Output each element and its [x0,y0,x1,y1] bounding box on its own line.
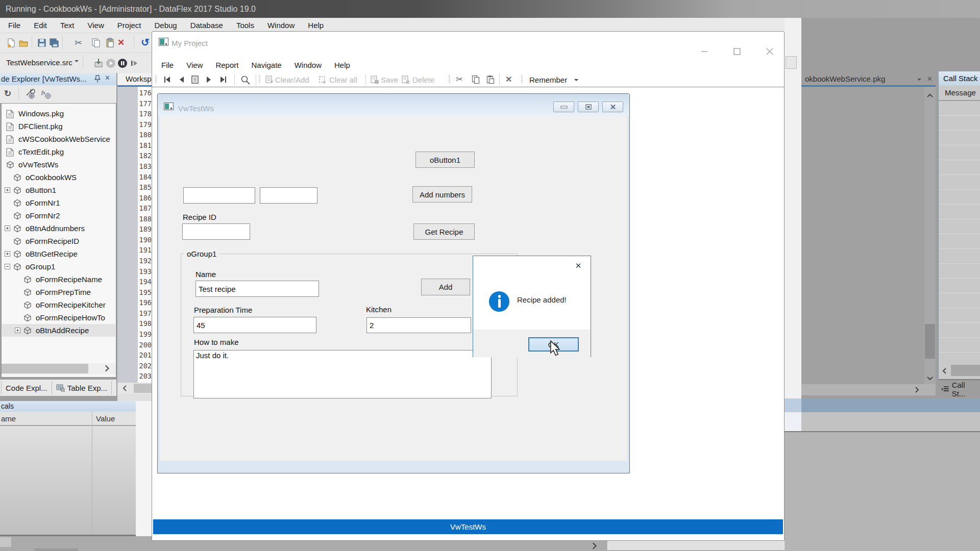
scroll-right-icon[interactable] [914,386,919,393]
menu-item[interactable]: File [161,61,174,69]
tree-item[interactable]: oFormNr2 [2,209,115,222]
get-recipe-button[interactable]: Get Recipe [413,223,475,240]
editor-tab-webservice[interactable]: okbookWebService.pkg [805,74,885,83]
new-file-icon[interactable] [6,38,16,48]
next-record-icon[interactable] [204,75,213,84]
menu-item[interactable]: File [8,21,20,30]
file-combo[interactable]: TestWebservice.src [6,58,72,67]
fx-globe-icon[interactable]: fx [41,88,52,99]
scroll-left-icon[interactable] [942,367,947,374]
scroll-right-icon[interactable] [591,542,597,550]
tree-item[interactable]: oFormRecipeName [2,273,115,286]
open-file-icon[interactable] [18,38,29,48]
copy-icon[interactable] [91,38,101,48]
scroll-thumb[interactable] [0,537,11,547]
search-icon[interactable] [240,75,251,85]
call-stack-column[interactable]: Message [939,86,980,101]
tab-dropdown-icon[interactable] [917,79,921,83]
menu-item[interactable]: View [88,21,104,30]
cut-icon[interactable]: ✂ [456,74,463,85]
menu-item[interactable]: Text [60,21,75,30]
tree-item[interactable]: DFClient.pkg [2,120,115,133]
refresh-icon[interactable]: ↻ [4,88,11,99]
editor-scrollbar[interactable] [117,383,156,394]
recipe-id-field[interactable] [182,223,250,240]
tree-item[interactable]: cTextEdit.pkg [2,145,115,158]
editor-hscrollbar[interactable] [801,384,936,395]
vwtestws-titlebar[interactable]: VwTestWs [158,94,629,116]
tree-item[interactable]: oVwTestWs [2,158,115,171]
tree-item[interactable]: oGroup1 [2,260,115,273]
tree-item[interactable]: oBtnAddRecipe [2,324,115,337]
save-icon[interactable] [37,38,47,48]
wrench-globe-icon[interactable] [24,88,36,99]
previous-record-icon[interactable] [177,75,186,84]
expander-icon[interactable] [5,264,10,269]
close-button[interactable] [602,102,623,112]
paste-icon[interactable] [105,38,115,48]
expander-icon[interactable] [5,187,10,193]
preparation-time-field[interactable] [193,317,316,333]
expander-icon[interactable] [15,328,20,333]
splitter-bar[interactable] [801,398,980,412]
tree-item[interactable]: oFormRecipeID [2,235,115,247]
tree-item[interactable]: oFormNr1 [2,196,115,209]
find-record-icon[interactable] [190,75,200,84]
number2-field[interactable] [260,187,317,204]
tree-item[interactable]: oBtnAddnumbers [2,222,115,235]
save-all-icon[interactable] [49,38,59,48]
number1-field[interactable] [183,187,255,204]
menu-item[interactable]: Tools [236,21,254,30]
combo-dropdown-icon[interactable] [75,60,79,64]
tree-item[interactable]: oFormPrepTime [2,286,115,298]
menu-item[interactable]: Window [267,21,295,30]
menu-item[interactable]: View [186,61,203,69]
delete-icon[interactable]: ✕ [505,74,512,84]
menu-item[interactable]: Debug [154,21,177,30]
delete-button[interactable]: Delete [412,76,434,84]
tree-item[interactable]: cWSCookbookWebService [2,133,115,145]
tab-code-explorer[interactable]: Code Expl... [1,381,52,394]
scroll-left-icon[interactable] [122,385,128,392]
tab-table-explorer[interactable]: Table Exp... [52,381,112,394]
column-divider[interactable] [92,412,92,535]
tab-call-stack[interactable]: Call St... [941,383,980,396]
tab-scroll-button[interactable] [786,56,797,69]
step-icon[interactable] [129,58,139,68]
column-value[interactable]: Value [96,414,115,423]
obutton1[interactable]: oButton1 [415,152,475,168]
cut-icon[interactable]: ✂ [75,38,85,48]
scroll-thumb[interactable] [951,365,980,376]
minimize-button[interactable] [553,102,574,112]
remember-dropdown-icon[interactable] [574,79,578,83]
first-record-icon[interactable] [163,75,172,84]
scroll-down-icon[interactable] [926,376,934,381]
tree-item[interactable]: oFormRecipeKitcher [2,298,115,311]
menu-item[interactable]: Navigate [251,61,281,69]
menu-item[interactable]: Edit [34,21,47,30]
menu-item[interactable]: Database [190,21,223,30]
kitchen-field[interactable] [366,317,471,333]
save-button[interactable]: Save [381,76,398,84]
tree-item[interactable]: oCookbookWS [2,171,115,184]
tree-item[interactable]: oFormRecipeHowTo [2,311,115,324]
tree-item[interactable]: Windows.pkg [2,107,115,120]
tree-item[interactable]: oButton1 [2,184,115,196]
pause-icon[interactable] [117,58,128,68]
clear-all-button[interactable]: Clear all [329,76,357,84]
minimize-button[interactable] [699,46,710,57]
code-explorer-header[interactable]: de Explorer [VwTestWs... ✕ [0,73,116,85]
editor-tab-workspace[interactable]: Worksp [117,73,156,85]
add-button[interactable]: Add [421,279,470,295]
call-stack-scrollbar[interactable] [939,363,980,379]
how-to-make-field[interactable]: Just do it. [193,350,492,398]
close-panel-icon[interactable]: ✕ [105,74,110,82]
run-icon[interactable] [106,58,116,68]
tree-item[interactable]: oBtnGetRecipe [2,247,115,260]
clear-add-button[interactable]: Clear/Add [275,76,309,84]
column-name[interactable]: ame [1,414,16,423]
tree-scrollbar[interactable] [2,363,116,374]
dialog-close-icon[interactable]: ✕ [573,260,584,271]
restore-button[interactable] [578,102,599,112]
close-button[interactable] [764,46,775,57]
